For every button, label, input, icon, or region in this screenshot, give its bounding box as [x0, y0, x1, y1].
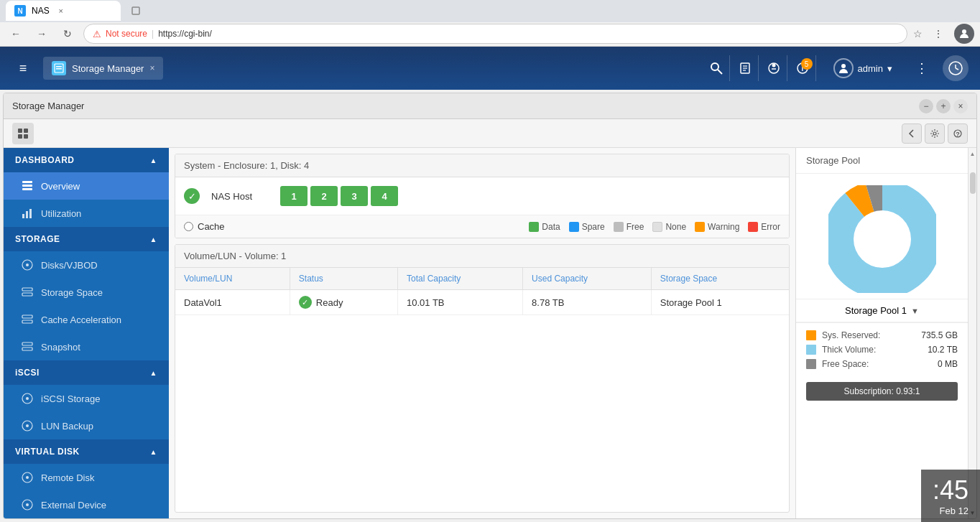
- storage-manager-tab[interactable]: Storage Manager ×: [43, 57, 163, 80]
- sidebar-item-storage-space[interactable]: Storage Space: [4, 279, 169, 306]
- svg-point-24: [933, 132, 936, 135]
- toolbar-settings-icon[interactable]: [925, 123, 945, 144]
- storage-space-icon: [21, 286, 34, 299]
- app-tab-close-button[interactable]: ×: [149, 63, 154, 73]
- legend-error-color: [748, 222, 758, 232]
- legend-spare: Spare: [569, 222, 605, 232]
- window-restore-button[interactable]: +: [936, 99, 951, 113]
- scroll-thumb[interactable]: [970, 172, 976, 194]
- extensions-button[interactable]: ⋮: [928, 24, 948, 44]
- help-icon-button[interactable]: [762, 55, 787, 81]
- sidebar-item-cache-acceleration[interactable]: Cache Acceleration: [4, 306, 169, 333]
- scroll-up-arrow[interactable]: ▲: [969, 149, 977, 158]
- table-row[interactable]: DataVol1 ✓ Ready 10.01 TB 8.78 TB: [175, 290, 789, 315]
- cache-radio-label: Cache: [198, 221, 225, 232]
- legend-none-label: None: [665, 222, 686, 232]
- address-bar[interactable]: ⚠ Not secure | https://cgi-bin/: [83, 24, 907, 44]
- search-icon-button[interactable]: [704, 55, 730, 81]
- toolbar-main-icon[interactable]: [12, 123, 34, 144]
- svg-point-52: [854, 210, 911, 268]
- clock-time: :45: [933, 475, 969, 505]
- notes-icon-button[interactable]: [733, 55, 759, 81]
- sidebar-virtual-disk-header[interactable]: VIRTUAL DISK ▲: [4, 439, 169, 464]
- system-panel-header: System - Enclosure: 1, Disk: 4: [175, 154, 789, 177]
- svg-point-42: [26, 397, 29, 400]
- legend-thick-volume: Thick Volume: 10.2 TB: [806, 345, 958, 355]
- disks-label: Disks/VJBOD: [41, 260, 98, 271]
- sidebar-item-lun-backup[interactable]: LUN Backup: [4, 412, 169, 439]
- svg-rect-40: [22, 348, 32, 350]
- toolbar-back-icon[interactable]: [902, 123, 922, 144]
- svg-rect-31: [26, 211, 28, 218]
- sidebar-item-snapshot[interactable]: Snapshot: [4, 333, 169, 360]
- overview-icon: [21, 180, 34, 192]
- forward-button[interactable]: →: [32, 24, 52, 44]
- pool-dropdown-arrow-icon[interactable]: ▼: [911, 307, 919, 315]
- disk-slot-1[interactable]: 1: [280, 186, 308, 206]
- not-secure-label: Not secure: [106, 29, 147, 39]
- sidebar-item-overview[interactable]: Overview: [4, 172, 169, 200]
- sidebar-item-external-device[interactable]: External Device: [4, 491, 169, 518]
- sidebar-item-iscsi-storage[interactable]: iSCSI Storage: [4, 385, 169, 412]
- sidebar-item-disks[interactable]: Disks/VJBOD: [4, 251, 169, 279]
- cache-row: Cache Data Spare: [175, 215, 789, 238]
- disk-slot-3[interactable]: 3: [341, 186, 368, 206]
- sidebar-item-utilization[interactable]: Utilization: [4, 200, 169, 227]
- refresh-button[interactable]: ↻: [57, 24, 78, 44]
- svg-line-6: [718, 70, 722, 74]
- scroll-indicator[interactable]: ▲ ▼: [968, 148, 976, 518]
- window-minimize-button[interactable]: −: [919, 99, 933, 113]
- svg-line-19: [956, 68, 958, 70]
- sys-reserved-label: Sys. Reserved:: [822, 330, 915, 340]
- notification-badge: 5: [801, 58, 813, 70]
- svg-point-48: [26, 503, 29, 506]
- svg-rect-21: [24, 129, 28, 133]
- toolbar-help-icon[interactable]: ?: [948, 123, 968, 144]
- dashboard-label: DASHBOARD: [15, 155, 75, 165]
- legend: Data Spare Free: [529, 222, 780, 232]
- subscription-bar: Subscription: 0.93:1: [806, 382, 958, 401]
- more-options-button[interactable]: ⋮: [910, 60, 934, 76]
- profile-time-icon[interactable]: [943, 55, 969, 81]
- legend-none-color: [652, 222, 662, 232]
- legend-free-color: [614, 222, 624, 232]
- sidebar-dashboard-header[interactable]: DASHBOARD ▲: [4, 148, 169, 172]
- svg-rect-35: [22, 288, 32, 291]
- browser-tab[interactable]: N NAS ×: [6, 1, 121, 21]
- disk-slot-2[interactable]: 2: [310, 186, 338, 206]
- tab-close-button[interactable]: ×: [55, 5, 67, 17]
- dashboard-chevron-icon: ▲: [150, 157, 157, 164]
- window-close-button[interactable]: ×: [953, 99, 968, 113]
- cache-radio-input[interactable]: [184, 222, 193, 231]
- storage-pool-panel: Storage Pool: [795, 148, 968, 518]
- pool-selector[interactable]: Storage Pool 1 ▼: [796, 299, 968, 322]
- svg-point-44: [26, 424, 29, 427]
- clock-widget: :45 Feb 12: [921, 470, 980, 522]
- bookmark-star-icon[interactable]: ☆: [913, 28, 923, 39]
- svg-rect-30: [22, 214, 24, 218]
- svg-rect-37: [22, 315, 32, 318]
- sidebar-storage-header[interactable]: STORAGE ▲: [4, 227, 169, 251]
- svg-rect-0: [132, 7, 139, 14]
- cache-radio[interactable]: Cache: [184, 221, 225, 232]
- user-menu[interactable]: admin ▾: [825, 58, 901, 78]
- sidebar-item-remote-disk[interactable]: Remote Disk: [4, 464, 169, 491]
- hamburger-menu-button[interactable]: ≡: [11, 57, 34, 80]
- sidebar-iscsi-header[interactable]: iSCSI ▲: [4, 360, 169, 385]
- pie-chart: [828, 185, 936, 293]
- col-header-volume-lun: Volume/LUN: [175, 268, 290, 290]
- svg-rect-29: [22, 188, 32, 190]
- overview-label: Overview: [41, 181, 80, 192]
- disk-slot-4[interactable]: 4: [371, 186, 398, 206]
- new-tab-button[interactable]: [126, 1, 147, 21]
- legend-spare-color: [569, 222, 579, 232]
- profile-button[interactable]: [954, 24, 974, 44]
- iscsi-chevron-icon: ▲: [150, 369, 157, 377]
- disk-slots: 1 2 3 4: [280, 186, 398, 206]
- user-avatar: [833, 58, 854, 78]
- notifications-icon-button[interactable]: i 5: [790, 55, 816, 81]
- iscsi-label: iSCSI: [15, 368, 40, 378]
- user-dropdown-arrow[interactable]: ▾: [887, 63, 892, 74]
- back-button[interactable]: ←: [6, 24, 26, 44]
- legend-warning: Warning: [695, 222, 739, 232]
